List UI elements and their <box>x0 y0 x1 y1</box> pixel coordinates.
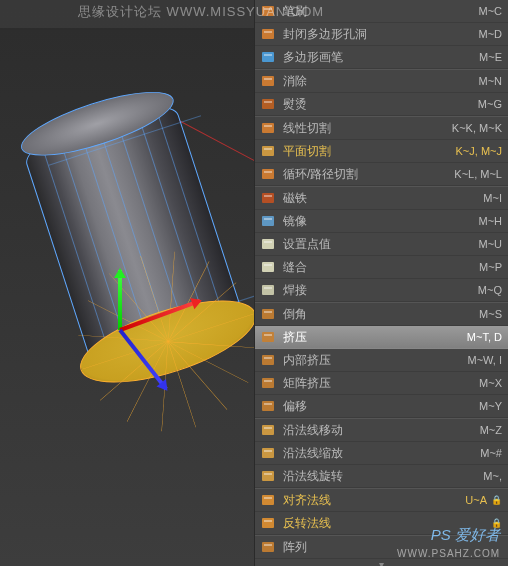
menu-list: 笔刷M~C封闭多边形孔洞M~D多边形画笔M~E消除M~N熨烫M~G线性切割K~K… <box>255 0 508 559</box>
svg-rect-34 <box>262 401 274 411</box>
menu-shortcut: K~K, M~K <box>452 122 502 134</box>
menu-item-matrix-ext[interactable]: 矩阵挤压M~X <box>255 372 508 395</box>
menu-item-bevel[interactable]: 倒角M~S <box>255 303 508 326</box>
svg-rect-44 <box>262 518 274 528</box>
flip-norm-icon <box>259 514 277 532</box>
svg-rect-47 <box>264 544 272 546</box>
menu-shortcut: M~Q <box>478 284 502 296</box>
menu-item-inner-ext[interactable]: 内部挤压M~W, I <box>255 349 508 372</box>
svg-rect-2 <box>262 29 274 39</box>
menu-label: 缝合 <box>283 259 473 276</box>
menu-item-magnet[interactable]: 磁铁M~I <box>255 187 508 210</box>
svg-rect-14 <box>262 169 274 179</box>
menu-shortcut: M~Y <box>479 400 502 412</box>
axis-gizmo[interactable] <box>120 330 122 332</box>
svg-rect-26 <box>262 309 274 319</box>
svg-rect-15 <box>264 171 272 173</box>
poly-pen-icon <box>259 48 277 66</box>
menu-scroll-down[interactable]: ▾ <box>255 559 508 566</box>
menu-label: 封闭多边形孔洞 <box>283 26 472 43</box>
lock-icon: 🔒 <box>491 495 502 505</box>
svg-rect-10 <box>262 123 274 133</box>
menu-label: 沿法线旋转 <box>283 468 477 485</box>
svg-rect-45 <box>264 520 272 522</box>
svg-rect-39 <box>264 450 272 452</box>
menu-label: 倒角 <box>283 306 473 323</box>
extrude-icon <box>259 328 277 346</box>
menu-item-normal-rot[interactable]: 沿法线旋转M~, <box>255 465 508 488</box>
menu-label: 多边形画笔 <box>283 49 473 66</box>
menu-label: 镜像 <box>283 213 472 230</box>
stitch-icon <box>259 258 277 276</box>
menu-shortcut: K~L, M~L <box>454 168 502 180</box>
svg-rect-40 <box>262 471 274 481</box>
menu-item-mirror[interactable]: 镜像M~H <box>255 210 508 233</box>
menu-label: 沿法线移动 <box>283 422 474 439</box>
menu-item-loop-cut[interactable]: 循环/路径切割K~L, M~L <box>255 163 508 186</box>
matrix-ext-icon <box>259 374 277 392</box>
normal-scale-icon <box>259 444 277 462</box>
menu-item-stitch[interactable]: 缝合M~P <box>255 256 508 279</box>
offset-icon <box>259 397 277 415</box>
svg-rect-31 <box>264 357 272 359</box>
inner-ext-icon <box>259 351 277 369</box>
normal-rot-icon <box>259 467 277 485</box>
svg-rect-6 <box>262 76 274 86</box>
axis-y-handle[interactable] <box>118 270 122 330</box>
menu-label: 循环/路径切割 <box>283 166 448 183</box>
svg-rect-27 <box>264 311 272 313</box>
menu-shortcut: M~U <box>478 238 502 250</box>
menu-shortcut: M~P <box>479 261 502 273</box>
menu-shortcut: M~D <box>478 28 502 40</box>
menu-item-plane-cut[interactable]: 平面切割K~J, M~J <box>255 140 508 163</box>
menu-item-set-point[interactable]: 设置点值M~U <box>255 233 508 256</box>
menu-item-normal-scale[interactable]: 沿法线缩放M~# <box>255 442 508 465</box>
svg-rect-23 <box>264 264 272 266</box>
dissolve-icon <box>259 72 277 90</box>
weld-icon <box>259 281 277 299</box>
svg-rect-24 <box>262 285 274 295</box>
menu-item-extrude[interactable]: 挤压M~T, D <box>255 326 508 349</box>
svg-rect-35 <box>264 403 272 405</box>
bevel-icon <box>259 305 277 323</box>
iron-icon <box>259 95 277 113</box>
menu-item-close-poly[interactable]: 封闭多边形孔洞M~D <box>255 23 508 46</box>
svg-rect-20 <box>262 239 274 249</box>
menu-label: 磁铁 <box>283 190 477 207</box>
svg-rect-41 <box>264 473 272 475</box>
svg-rect-43 <box>264 497 272 499</box>
knife-icon <box>259 119 277 137</box>
menu-item-iron[interactable]: 熨烫M~G <box>255 93 508 116</box>
svg-rect-3 <box>264 31 272 33</box>
menu-shortcut: K~J, M~J <box>456 145 502 157</box>
menu-item-knife[interactable]: 线性切割K~K, M~K <box>255 117 508 140</box>
plane-cut-icon <box>259 142 277 160</box>
svg-rect-5 <box>264 54 272 56</box>
svg-rect-36 <box>262 425 274 435</box>
menu-item-weld[interactable]: 焊接M~Q <box>255 279 508 302</box>
svg-rect-30 <box>262 355 274 365</box>
menu-label: 偏移 <box>283 398 473 415</box>
svg-rect-38 <box>262 448 274 458</box>
close-poly-icon <box>259 25 277 43</box>
menu-item-poly-pen[interactable]: 多边形画笔M~E <box>255 46 508 69</box>
menu-shortcut: M~C <box>478 5 502 17</box>
menu-label: 线性切割 <box>283 120 446 137</box>
menu-item-normal-move[interactable]: 沿法线移动M~Z <box>255 419 508 442</box>
menu-label: 对齐法线 <box>283 492 459 509</box>
svg-rect-7 <box>264 78 272 80</box>
svg-rect-32 <box>262 378 274 388</box>
viewport-3d[interactable] <box>0 0 254 566</box>
context-menu: 笔刷M~C封闭多边形孔洞M~D多边形画笔M~E消除M~N熨烫M~G线性切割K~K… <box>254 0 508 566</box>
menu-item-offset[interactable]: 偏移M~Y <box>255 395 508 418</box>
menu-item-align-norm[interactable]: 对齐法线U~A🔒 <box>255 489 508 512</box>
menu-label: 矩阵挤压 <box>283 375 473 392</box>
menu-label: 平面切割 <box>283 143 450 160</box>
svg-rect-25 <box>264 287 272 289</box>
mirror-icon <box>259 212 277 230</box>
svg-rect-42 <box>262 495 274 505</box>
menu-label: 沿法线缩放 <box>283 445 474 462</box>
normal-move-icon <box>259 421 277 439</box>
menu-item-dissolve[interactable]: 消除M~N <box>255 70 508 93</box>
menu-shortcut: M~T, D <box>467 331 502 343</box>
